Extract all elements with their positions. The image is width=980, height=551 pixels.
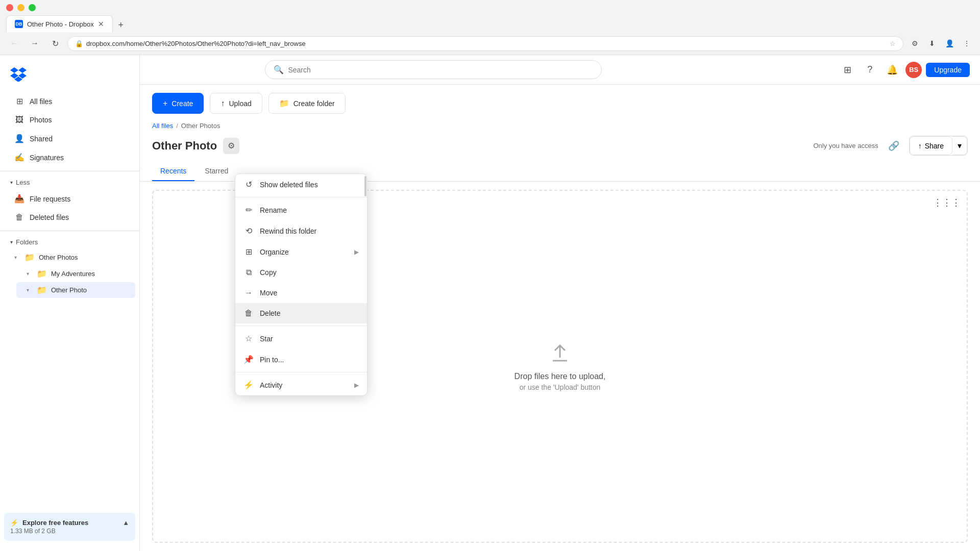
- extensions-btn[interactable]: ⚙: [908, 36, 922, 51]
- download-btn[interactable]: ⬇: [925, 36, 939, 51]
- other-photo-chevron-icon: ▾: [27, 287, 33, 293]
- share-dropdown-btn[interactable]: ▾: [952, 136, 967, 155]
- menu-item-rename[interactable]: ✏ Rename: [235, 199, 367, 220]
- menu-item-copy[interactable]: ⧉ Copy: [235, 262, 367, 283]
- close-window-btn[interactable]: [6, 4, 13, 11]
- help-btn[interactable]: ?: [861, 61, 879, 79]
- sidebar-item-deleted-files[interactable]: 🗑 Deleted files: [4, 209, 135, 226]
- breadcrumb-root-link[interactable]: All files: [152, 122, 173, 130]
- sidebar-item-all-files[interactable]: ⊞ All files: [4, 92, 135, 110]
- delete-label: Delete: [260, 309, 359, 317]
- signatures-icon: ✍: [14, 153, 24, 162]
- grid-view-btn[interactable]: ⊞: [838, 61, 856, 79]
- sidebar-item-photos[interactable]: 🖼 Photos: [4, 111, 135, 129]
- sidebar-divider-1: [0, 171, 139, 171]
- context-menu-inner: ↺ Show deleted files ✏ Rename ⟲ Rewind t…: [235, 174, 367, 395]
- subfolder-other-photo: ▾ 📁 Other Photo: [0, 282, 139, 298]
- tab-recents[interactable]: Recents: [152, 162, 194, 181]
- upgrade-btn[interactable]: Upgrade: [926, 63, 970, 77]
- menu-item-delete[interactable]: 🗑 Delete: [235, 303, 367, 323]
- tab-starred[interactable]: Starred: [197, 162, 236, 181]
- menu-separator-3: [235, 372, 367, 372]
- explore-toggle-btn[interactable]: ▲: [122, 519, 129, 527]
- other-photos-label: Other Photos: [39, 254, 131, 261]
- browser-tab-active[interactable]: DB Other Photo - Dropbox ✕: [6, 15, 113, 32]
- drop-text: Drop files here to upload,: [514, 372, 606, 381]
- url-actions: ⚙ ⬇ 👤 ⋮: [908, 36, 974, 51]
- menu-item-pin[interactable]: 📌 Pin to...: [235, 349, 367, 370]
- notifications-btn[interactable]: 🔔: [883, 61, 901, 79]
- scroll-thumb: [364, 176, 366, 196]
- move-label: Move: [260, 289, 359, 297]
- upload-label: Upload: [229, 99, 251, 108]
- my-adventures-chevron-icon: ▾: [27, 271, 33, 277]
- create-folder-icon: 📁: [279, 98, 289, 108]
- app-body: ⊞ All files 🖼 Photos 👤 Shared ✍ Signatur…: [0, 55, 980, 551]
- photos-icon: 🖼: [14, 115, 24, 124]
- create-folder-btn[interactable]: 📁 Create folder: [268, 93, 346, 114]
- folder-other-photos[interactable]: ▾ 📁 Other Photos: [4, 249, 135, 265]
- tab-title: Other Photo - Dropbox: [27, 20, 94, 28]
- back-btn[interactable]: ←: [6, 35, 22, 52]
- profile-btn[interactable]: 👤: [942, 36, 957, 51]
- create-btn[interactable]: + Create: [152, 93, 204, 114]
- move-icon: →: [243, 288, 254, 297]
- copy-label: Copy: [260, 268, 359, 277]
- context-menu: ↺ Show deleted files ✏ Rename ⟲ Rewind t…: [235, 173, 368, 396]
- menu-item-rewind[interactable]: ⟲ Rewind this folder: [235, 220, 367, 241]
- new-tab-btn[interactable]: +: [114, 18, 128, 32]
- top-header: 🔍 ⊞ ? 🔔 BS Upgrade: [140, 55, 980, 85]
- activity-label: Activity: [260, 381, 348, 389]
- bookmark-icon[interactable]: ☆: [890, 40, 896, 47]
- less-toggle[interactable]: ▾ Less: [0, 176, 139, 189]
- search-container[interactable]: 🔍: [265, 60, 602, 79]
- menu-item-star[interactable]: ☆ Star: [235, 328, 367, 349]
- upload-btn[interactable]: ↑ Upload: [210, 93, 262, 114]
- rewind-icon: ⟲: [243, 226, 254, 236]
- context-menu-scrollbar[interactable]: [364, 174, 367, 395]
- subfolder-my-adventures: ▾ 📁 My Adventures: [0, 266, 139, 282]
- sidebar-item-signatures[interactable]: ✍ Signatures: [4, 148, 135, 166]
- folders-chevron-icon: ▾: [10, 239, 13, 245]
- deleted-files-icon: 🗑: [14, 213, 24, 222]
- url-bar[interactable]: 🔒 dropbox.com/home/Other%20Photos/Other%…: [67, 36, 903, 51]
- minimize-window-btn[interactable]: [17, 4, 24, 11]
- menu-btn[interactable]: ⋮: [960, 36, 974, 51]
- maximize-window-btn[interactable]: [29, 4, 36, 11]
- window-controls[interactable]: [6, 4, 36, 11]
- folder-other-photo[interactable]: ▾ 📁 Other Photo: [16, 282, 135, 298]
- sidebar-item-file-requests[interactable]: 📥 File requests: [4, 190, 135, 208]
- copy-link-btn[interactable]: 🔗: [885, 137, 903, 155]
- menu-item-move[interactable]: → Move: [235, 283, 367, 303]
- sidebar-divider-2: [0, 231, 139, 231]
- rewind-label: Rewind this folder: [260, 227, 359, 235]
- all-files-icon: ⊞: [14, 96, 24, 106]
- sidebar-item-shared[interactable]: 👤 Shared: [4, 130, 135, 147]
- header-right-actions: ⊞ ? 🔔 BS Upgrade: [838, 61, 970, 79]
- less-label: Less: [16, 179, 30, 186]
- menu-item-show-deleted[interactable]: ↺ Show deleted files: [235, 174, 367, 195]
- reload-btn[interactable]: ↻: [47, 35, 63, 52]
- title-bar: [0, 0, 980, 15]
- tab-bar: DB Other Photo - Dropbox ✕ +: [0, 15, 980, 32]
- star-label: Star: [260, 335, 359, 343]
- folder-my-adventures[interactable]: ▾ 📁 My Adventures: [16, 266, 135, 282]
- sidebar-label-shared: Shared: [30, 135, 53, 143]
- close-tab-btn[interactable]: ✕: [98, 20, 104, 28]
- user-avatar[interactable]: BS: [905, 62, 922, 78]
- search-input[interactable]: [288, 66, 593, 74]
- menu-item-activity[interactable]: ⚡ Activity ▶: [235, 374, 367, 395]
- rename-icon: ✏: [243, 205, 254, 215]
- create-folder-label: Create folder: [293, 99, 335, 108]
- forward-btn[interactable]: →: [27, 35, 43, 52]
- folder-settings-btn[interactable]: ⚙: [223, 138, 239, 154]
- drop-sub: or use the 'Upload' button: [514, 383, 606, 391]
- view-toggle-btn[interactable]: ⋮⋮⋮: [933, 197, 961, 208]
- menu-item-organize[interactable]: ⊞ Organize ▶: [235, 241, 367, 262]
- folders-toggle[interactable]: ▾ Folders: [0, 235, 139, 249]
- breadcrumb-separator: /: [176, 122, 178, 130]
- breadcrumb-current: Other Photos: [181, 122, 220, 130]
- share-btn[interactable]: ↑ Share: [910, 136, 952, 155]
- sidebar-label-signatures: Signatures: [30, 154, 64, 162]
- menu-separator-2: [235, 325, 367, 326]
